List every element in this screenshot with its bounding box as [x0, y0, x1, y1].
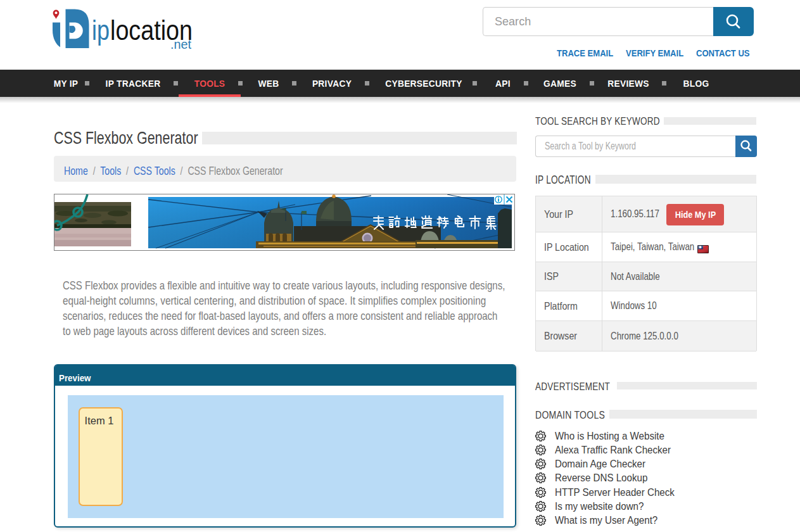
svg-text:.net: .net: [170, 37, 191, 51]
svg-text:ip: ip: [92, 14, 110, 46]
